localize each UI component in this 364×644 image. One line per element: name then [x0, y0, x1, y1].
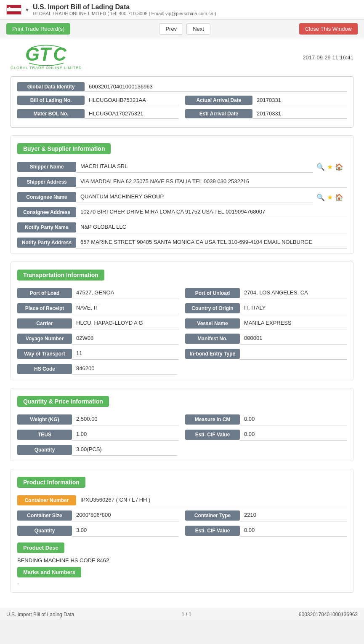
- product-quantity-value: 3.00: [72, 525, 179, 537]
- measure-cm-label: Measure in CM: [185, 414, 240, 425]
- star-icon[interactable]: ★: [327, 163, 333, 171]
- global-data-identity-value: 600320170401000136963: [85, 82, 347, 92]
- manifest-no-label: Manifest No.: [185, 334, 240, 344]
- container-number-row: Container Number IPXU3560267 ( CN / L / …: [17, 494, 347, 506]
- carrier-value: HLCU, HAPAG-LLOYD A G: [72, 318, 179, 329]
- consignee-name-icons: 🔍 ★ 🏠: [313, 193, 347, 201]
- measure-col: Measure in CM 0.00: [185, 414, 347, 425]
- hs-code-label: HS Code: [17, 364, 72, 374]
- flag-icon: [6, 5, 21, 15]
- vessel-name-value: MANILA EXPRESS: [240, 318, 347, 329]
- dropdown-arrow[interactable]: ▾: [26, 6, 29, 13]
- bill-of-lading-label: Bill of Lading No.: [17, 96, 85, 105]
- port-of-unload-value: 2704, LOS ANGELES, CA: [240, 287, 347, 299]
- quantity-price-title: Quantity & Price Information: [17, 396, 109, 407]
- quantity-price-header: Quantity & Price Information: [17, 393, 347, 410]
- port-of-unload-label: Port of Unload: [185, 288, 240, 298]
- voyage-number-value: 02W08: [72, 333, 179, 345]
- container-type-value: 2210: [240, 510, 347, 521]
- prev-button[interactable]: Prev: [159, 23, 183, 35]
- esti-cif-value: 0.00: [240, 429, 347, 441]
- home-icon-2[interactable]: 🏠: [335, 193, 343, 201]
- teus-col: TEUS 1.00: [17, 429, 179, 441]
- product-qty-col: Quantity 3.00: [17, 525, 179, 537]
- marks-and-numbers-button[interactable]: Marks and Numbers: [17, 567, 81, 577]
- way-of-transport-value: 11: [72, 348, 179, 360]
- country-of-origin-label: Country of Origin: [185, 303, 240, 313]
- esti-cif-col: Esti. CIF Value 0.00: [185, 429, 347, 441]
- container-size-type-row: Container Size 2000*806*800 Container Ty…: [17, 510, 347, 521]
- weight-kg-label: Weight (KG): [17, 414, 72, 425]
- star-icon-2[interactable]: ★: [327, 193, 333, 201]
- consignee-address-label: Consignee Address: [17, 207, 76, 217]
- way-transport-col: Way of Transport 11: [17, 348, 179, 360]
- notify-party-label: Notify Party Name: [17, 222, 76, 232]
- buyer-supplier-card: Buyer & Supplier Information Shipper Nam…: [11, 135, 353, 254]
- container-size-value: 2000*806*800: [72, 510, 179, 521]
- port-of-load-label: Port of Load: [17, 288, 72, 298]
- product-info-card: Product Information Container Number IPX…: [11, 469, 353, 593]
- carrier-label: Carrier: [17, 318, 72, 329]
- port-of-load-value: 47527, GENOA: [72, 287, 179, 299]
- voyage-manifest-row: Voyage Number 02W08 Manifest No. 000001: [17, 333, 347, 345]
- manifest-no-value: 000001: [240, 333, 347, 345]
- product-qty-cif-row: Quantity 3.00 Esti. CIF Value 0.00: [17, 525, 347, 537]
- port-load-col: Port of Load 47527, GENOA: [17, 287, 179, 299]
- header-title-wrap: U.S. Import Bill of Lading Data GLOBAL T…: [33, 3, 358, 16]
- top-header: ▾ U.S. Import Bill of Lading Data GLOBAL…: [0, 0, 364, 20]
- global-data-row: Global Data Identity 6003201704010001369…: [17, 82, 347, 92]
- container-type-col: Container Type 2210: [185, 510, 347, 521]
- header-subtitle: GLOBAL TRADE ONLINE LIMITED ( Tel: 400-7…: [33, 11, 358, 16]
- esti-cif-label: Esti. CIF Value: [185, 430, 240, 440]
- buyer-supplier-header: Buyer & Supplier Information: [17, 140, 347, 158]
- logo-svg: G T C: [21, 45, 72, 66]
- buyer-supplier-inner: Buyer & Supplier Information Shipper Nam…: [11, 136, 353, 254]
- footer-center: 1 / 1: [181, 612, 191, 617]
- product-desc-button[interactable]: Product Desc: [17, 542, 64, 553]
- notify-address-row: Notify Party Address 657 MARINE STREET 9…: [17, 237, 347, 249]
- esti-arrival-label: Esti Arrival Date: [185, 109, 252, 118]
- actual-arrival-value: 20170331: [252, 95, 347, 105]
- print-button[interactable]: Print Trade Record(s): [6, 23, 70, 35]
- voyage-number-label: Voyage Number: [17, 334, 72, 344]
- weight-kg-value: 2,500.00: [72, 414, 179, 425]
- shipper-name-icons: 🔍 ★ 🏠: [313, 163, 347, 171]
- next-button[interactable]: Next: [186, 23, 210, 35]
- search-icon-2[interactable]: 🔍: [316, 193, 325, 201]
- product-info-title: Product Information: [17, 477, 85, 488]
- teus-cif-row: TEUS 1.00 Esti. CIF Value 0.00: [17, 429, 347, 441]
- voyage-col: Voyage Number 02W08: [17, 333, 179, 345]
- weight-col: Weight (KG) 2,500.00: [17, 414, 179, 425]
- header-title: U.S. Import Bill of Lading Data: [33, 3, 358, 11]
- port-row: Port of Load 47527, GENOA Port of Unload…: [17, 287, 347, 299]
- search-icon[interactable]: 🔍: [316, 163, 325, 171]
- teus-value: 1.00: [72, 429, 179, 441]
- transportation-title: Transportation Information: [17, 270, 104, 281]
- close-button[interactable]: Close This Window: [299, 23, 358, 35]
- in-bond-col: In-bond Entry Type: [185, 348, 347, 360]
- shipper-address-row: Shipper Address VIA MADDALENA 62 25075 N…: [17, 176, 347, 188]
- shipper-address-value: VIA MADDALENA 62 25075 NAVE BS ITALIA TE…: [76, 176, 347, 188]
- container-type-label: Container Type: [185, 510, 240, 521]
- quantity-row: Quantity 3.00(PCS): [17, 444, 347, 456]
- shipper-name-value: MACRI ITALIA SRL: [76, 161, 313, 173]
- logo-subtext: GLOBAL TRADE ONLINE LIMITED: [11, 66, 82, 70]
- consignee-name-row: Consignee Name QUANTUM MACHINERY GROUP 🔍…: [17, 191, 347, 203]
- carrier-vessel-row: Carrier HLCU, HAPAG-LLOYD A G Vessel Nam…: [17, 318, 347, 329]
- buyer-supplier-title: Buyer & Supplier Information: [17, 143, 111, 154]
- master-bol-row: Mater BOL No. HLCUGOA170275321 Esti Arri…: [17, 109, 347, 119]
- notify-address-label: Notify Party Address: [17, 238, 76, 248]
- product-esti-cif-label: Esti. CIF Value: [185, 526, 240, 536]
- container-size-label: Container Size: [17, 510, 72, 521]
- teus-label: TEUS: [17, 430, 72, 440]
- container-number-value: IPXU3560267 ( CN / L / HH ): [76, 494, 347, 506]
- measure-cm-value: 0.00: [240, 414, 347, 425]
- in-bond-entry-label: In-bond Entry Type: [185, 349, 240, 359]
- bill-of-lading-value: HLCUGOAHB75321AA: [85, 95, 179, 105]
- bill-of-lading-row: Bill of Lading No. HLCUGOAHB75321AA Actu…: [17, 95, 347, 105]
- logo-container: G T C GLOBAL TRADE ONLINE LIMITED: [11, 45, 82, 70]
- home-icon[interactable]: 🏠: [335, 163, 343, 171]
- country-origin-col: Country of Origin IT, ITALY: [185, 302, 347, 314]
- consignee-name-value: QUANTUM MACHINERY GROUP: [76, 191, 313, 203]
- notify-address-value: 657 MARINE STREET 90405 SANTA MONICA CA …: [76, 237, 347, 249]
